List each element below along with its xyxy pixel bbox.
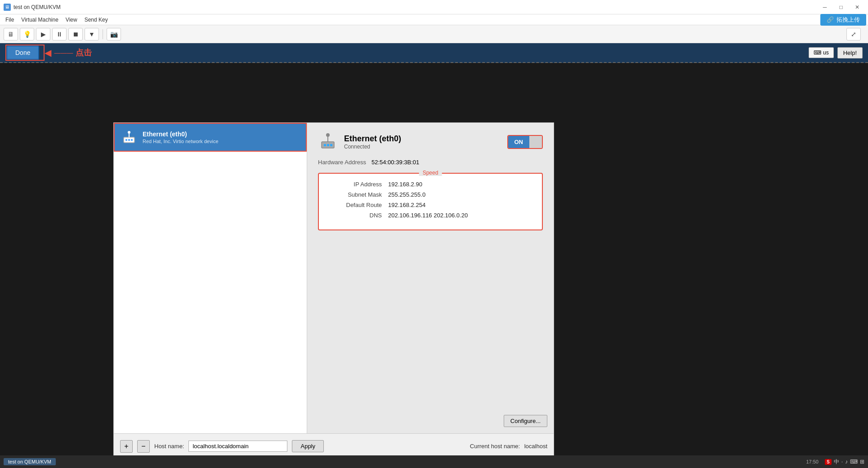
hostname-input[interactable] xyxy=(188,441,287,452)
fullscreen-button[interactable]: ⤢ xyxy=(846,28,861,40)
taskbar-item[interactable]: test on QEMU/KVM xyxy=(4,458,56,465)
details-titles: Ethernet (eth0) Connected xyxy=(344,134,401,150)
speed-legend: Speed xyxy=(419,170,442,176)
hostname-label: Host name: xyxy=(154,443,184,450)
toolbar: 🖥 💡 ▶ ⏸ ⏹ ▼ 📷 ⤢ xyxy=(0,25,868,43)
keyboard-icon: ⌨ xyxy=(814,50,821,56)
stop-button[interactable]: ⏹ xyxy=(68,28,83,40)
click-annotation: 点击 xyxy=(76,47,92,58)
svg-rect-7 xyxy=(324,144,326,146)
done-button-wrapper: Done xyxy=(5,45,45,61)
title-bar: 🖥 test on QEMU/KVM ─ □ ✕ xyxy=(0,0,868,14)
current-hostname-value: localhost xyxy=(524,443,547,450)
pause-button[interactable]: ⏸ xyxy=(52,28,67,40)
dropdown-button[interactable]: ▼ xyxy=(85,28,99,40)
toggle-off-label[interactable] xyxy=(529,136,542,148)
vm-topbar: Done ◀ ——— 点击 ⌨ us Help! xyxy=(0,43,868,63)
hostname-row: Host name: Apply xyxy=(154,440,324,452)
taskbar: test on QEMU/KVM 17:50 S 中 · ♪ ⌨ ⊞ xyxy=(0,455,868,468)
remove-network-button[interactable]: − xyxy=(137,440,150,453)
taskbar-time: 17:50 xyxy=(806,459,819,464)
route-label: Default Route xyxy=(328,202,382,208)
bottom-bar: + − Host name: Apply Current host name: … xyxy=(114,433,554,459)
display-button[interactable]: 🖥 xyxy=(4,28,18,40)
menu-send-key[interactable]: Send Key xyxy=(81,16,112,24)
network-item-desc: Red Hat, Inc. Virtio network device xyxy=(143,139,219,144)
toolbar-separator xyxy=(103,29,103,39)
current-hostname-label: Current host name: xyxy=(470,443,520,450)
network-details: Ethernet (eth0) Connected ON Hardware Ad… xyxy=(307,123,554,433)
mic-icon: ♪ xyxy=(845,459,848,465)
toggle-switch[interactable]: ON xyxy=(507,135,543,149)
sohu-icon: S xyxy=(825,459,832,465)
svg-rect-8 xyxy=(327,144,329,146)
hw-address-value: 52:54:00:39:3B:01 xyxy=(371,159,419,166)
route-value: 192.168.2.254 xyxy=(388,202,425,208)
chinese-input-icon: 中 xyxy=(834,458,839,466)
vm-screen: Done ◀ ——— 点击 ⌨ us Help! xyxy=(0,43,868,468)
apply-button[interactable]: Apply xyxy=(292,440,324,452)
hardware-address-row: Hardware Address 52:54:00:39:3B:01 xyxy=(318,159,543,166)
close-button[interactable]: ✕ xyxy=(850,3,864,12)
hw-address-label: Hardware Address xyxy=(318,159,366,166)
upload-icon: 🔗 xyxy=(827,16,834,23)
add-network-button[interactable]: + xyxy=(120,440,133,453)
details-adapter-name: Ethernet (eth0) xyxy=(344,134,401,144)
keyboard-tray-icon: ⌨ xyxy=(850,459,858,465)
menu-bar: File Virtual Machine View Send Key 🔗 拓挽上… xyxy=(0,14,868,25)
network-item-eth0[interactable]: Ethernet (eth0) Red Hat, Inc. Virtio net… xyxy=(114,123,307,152)
details-status: Connected xyxy=(344,144,401,150)
usb-button[interactable]: 💡 xyxy=(20,28,34,40)
topbar-right: ⌨ us Help! xyxy=(809,47,863,58)
menu-file[interactable]: File xyxy=(2,16,18,24)
details-title-area: Ethernet (eth0) Connected xyxy=(318,132,401,152)
window-controls: ─ □ ✕ xyxy=(818,3,864,12)
done-button[interactable]: Done xyxy=(6,45,39,60)
details-header: Ethernet (eth0) Connected ON xyxy=(318,132,543,152)
ethernet-icon xyxy=(121,129,137,145)
ip-row: IP Address 192.168.2.90 xyxy=(328,181,533,188)
dns-value: 202.106.196.116 202.106.0.20 xyxy=(388,212,468,219)
speed-box: Speed IP Address 192.168.2.90 Subnet Mas… xyxy=(318,173,543,230)
svg-rect-2 xyxy=(128,139,130,141)
svg-point-5 xyxy=(128,131,130,134)
window-title: test on QEMU/KVM xyxy=(13,4,818,10)
dns-label: DNS xyxy=(328,212,382,219)
arrow-icon: ◀ xyxy=(45,47,51,58)
svg-rect-3 xyxy=(131,139,133,141)
details-eth-icon xyxy=(318,132,338,152)
network-item-name: Ethernet (eth0) xyxy=(143,130,219,138)
menu-virtual-machine[interactable]: Virtual Machine xyxy=(18,16,62,24)
minimize-button[interactable]: ─ xyxy=(818,3,832,12)
keyboard-indicator: ⌨ us xyxy=(809,47,834,58)
annotation: ◀ ——— 点击 xyxy=(45,47,92,58)
menu-view[interactable]: View xyxy=(62,16,81,24)
upload-button[interactable]: 🔗 拓挽上传 xyxy=(820,14,866,26)
snapshot-button[interactable]: 📷 xyxy=(107,28,121,40)
play-button[interactable]: ▶ xyxy=(36,28,50,40)
route-row: Default Route 192.168.2.254 xyxy=(328,202,533,208)
svg-point-11 xyxy=(326,133,330,137)
help-button[interactable]: Help! xyxy=(837,47,863,58)
ip-value: 192.168.2.90 xyxy=(388,181,422,188)
dot-icon: · xyxy=(841,459,843,465)
dash-line: ——— xyxy=(54,49,73,56)
dns-row: DNS 202.106.196.116 202.106.0.20 xyxy=(328,212,533,219)
vm-main: Ethernet (eth0) Red Hat, Inc. Virtio net… xyxy=(0,63,868,468)
network-item-info: Ethernet (eth0) Red Hat, Inc. Virtio net… xyxy=(143,130,219,144)
configure-button[interactable]: Configure... xyxy=(504,415,547,427)
app-icon: 🖥 xyxy=(4,4,11,11)
ip-label: IP Address xyxy=(328,181,382,188)
toggle-on-label[interactable]: ON xyxy=(508,136,530,148)
svg-rect-1 xyxy=(125,139,127,141)
subnet-row: Subnet Mask 255.255.255.0 xyxy=(328,191,533,198)
keyboard-layout: us xyxy=(823,50,829,56)
subnet-value: 255.255.255.0 xyxy=(388,191,425,198)
grid-icon: ⊞ xyxy=(860,459,864,465)
maximize-button[interactable]: □ xyxy=(834,3,848,12)
network-list: Ethernet (eth0) Red Hat, Inc. Virtio net… xyxy=(114,123,307,433)
current-hostname-row: Current host name: localhost xyxy=(470,443,547,450)
svg-rect-9 xyxy=(330,144,332,146)
network-panel: Ethernet (eth0) Red Hat, Inc. Virtio net… xyxy=(113,122,554,459)
subnet-label: Subnet Mask xyxy=(328,191,382,198)
